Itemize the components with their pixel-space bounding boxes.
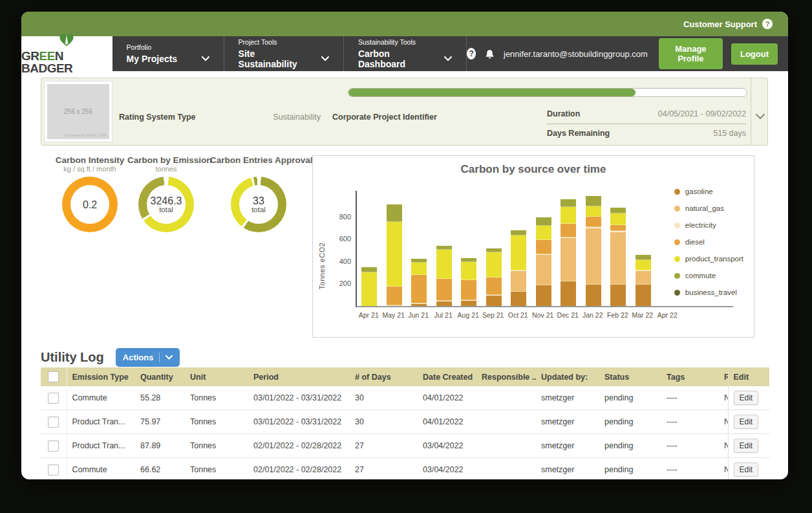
chevron-down-icon[interactable] [202,56,209,61]
bar-segment-gasoline [411,304,427,306]
bar-segment-diesel [436,279,452,301]
bar-segment-product_transport [486,252,502,278]
column-header-tags[interactable]: Tags [661,367,719,386]
actions-chevron-down-icon[interactable] [166,355,173,360]
edit-button[interactable]: Edit [734,463,759,477]
chart-bar-may-21[interactable] [387,204,402,306]
legend-label: commute [685,272,716,279]
notifications-bell-icon[interactable] [484,49,495,60]
legend-item-business_travel[interactable]: business_travel [674,284,743,301]
chart-bar-dec-21[interactable] [561,199,576,306]
kpi-title: Carbon Intensity [51,155,129,165]
column-header-responsible-[interactable]: Responsible ... [476,367,536,386]
column-header-updated-by-[interactable]: Updated by: [536,367,599,386]
card-collapse-chevron-icon[interactable] [756,111,765,122]
table-cell: 87.89 [135,434,185,458]
customer-support-help-icon[interactable]: ? [762,19,773,29]
duration-value: 04/05/2021 - 09/02/2022 [658,109,746,118]
kpi-value-sub: total [159,206,173,213]
help-icon[interactable]: ? [467,48,476,60]
chart-bar-mar-22[interactable] [636,255,651,306]
badger-icon [57,33,76,49]
logout-button[interactable]: Logout [731,43,778,65]
table-cell [476,386,536,410]
edit-button[interactable]: Edit [734,439,759,453]
chart-legend: gasolinenatural_gaselectricitydieselprod… [674,183,743,301]
actions-button[interactable]: Actions [116,348,180,367]
top-strip: Customer Support ? [21,12,788,36]
chevron-down-icon[interactable] [321,56,329,61]
row-checkbox-cell [41,458,67,480]
edit-button[interactable]: Edit [734,415,759,429]
table-cell [476,458,536,480]
chart-bar-nov-21[interactable] [536,217,551,306]
column-header-#-of-days[interactable]: # of Days [350,367,418,386]
edit-cell: Edit [728,410,769,434]
bar-segment-product_transport [387,222,402,287]
column-header-period[interactable]: Period [248,367,350,386]
kpi-carbon-entries-approvals: Carbon Entries Approvals33total [210,155,307,232]
select-all-checkbox[interactable] [48,371,59,382]
legend-item-gasoline[interactable]: gasoline [674,183,743,200]
kpi-subtitle [210,165,307,174]
green-badger-logo[interactable]: GREEN BADGER [21,36,112,71]
nav-item-my-projects[interactable]: PortfolioMy Projects [112,36,224,71]
table-cell [476,410,536,434]
chart-bar-oct-21[interactable] [511,230,526,306]
chart-x-tick: Jul 21 [431,311,456,319]
nav-item-carbon-dashboard[interactable]: Sustainability ToolsCarbon Dashboard [344,36,467,71]
nav-item-site-sustainability[interactable]: Project ToolsSite Sustainability [224,36,344,71]
column-header-date-created[interactable]: Date Created [418,367,476,386]
legend-item-electricity[interactable]: electricity [674,217,743,234]
table-cell: ---- [661,410,719,434]
chart-bar-jan-22[interactable] [586,196,601,306]
table-cell: N [719,386,728,410]
bar-segment-diesel [461,280,476,300]
rating-system-type-value: Sustainability [242,113,321,122]
legend-item-commute[interactable]: commute [674,267,743,284]
manage-profile-button[interactable]: Manage Profile [659,38,723,69]
column-header-status[interactable]: Status [599,367,661,386]
table-cell: Commute [67,386,135,410]
edit-button[interactable]: Edit [734,391,759,405]
bar-segment-gasoline [636,285,651,306]
table-cell: N [719,434,728,458]
kpi-value: 0.2 [83,199,97,211]
chart-bar-feb-22[interactable] [610,208,626,306]
chart-bar-apr-21[interactable] [361,267,377,306]
bar-segment-commute [586,196,601,206]
row-checkbox[interactable] [48,464,59,475]
kpi-donut-chart: 33total [231,177,286,232]
chart-x-axis-labels: Apr 21May 21Jun 21Jul 21Aug 21Sep 21Oct … [356,311,680,319]
chart-x-tick: Apr 22 [655,311,680,319]
chart-bar-jun-21[interactable] [411,259,427,306]
utility-log-title: Utility Log [41,350,104,365]
legend-dot [674,189,680,195]
chart-title: Carbon by source over time [313,163,754,176]
legend-item-diesel[interactable]: diesel [674,234,743,250]
chart-bar-jul-21[interactable] [436,246,452,306]
legend-dot [674,239,680,245]
row-checkbox[interactable] [48,393,59,404]
duration-divider [547,124,746,124]
column-header-r[interactable]: R [719,367,728,386]
chart-bar-sep-21[interactable] [486,248,502,306]
chart-bar-aug-21[interactable] [461,258,476,306]
table-cell: pending [599,458,661,480]
bar-segment-gasoline [561,281,576,306]
chevron-down-icon[interactable] [444,56,452,61]
customer-support-link[interactable]: Customer Support [683,19,757,29]
legend-label: gasoline [685,188,713,195]
legend-item-natural_gas[interactable]: natural_gas [674,200,743,217]
column-header-emission-type[interactable]: Emission Type [67,367,135,386]
table-cell: 03/04/2022 [418,434,476,458]
table-cell: smetzger [536,410,599,434]
column-header-quantity[interactable]: Quantity [135,367,185,386]
row-checkbox[interactable] [48,417,59,428]
row-checkbox[interactable] [48,441,59,452]
column-header-unit[interactable]: Unit [185,367,248,386]
nav-item-label: Site Sustainability [239,49,307,69]
legend-item-product_transport[interactable]: product_transport [674,250,743,267]
kpi-donut-chart: 0.2 [62,177,118,232]
nav-item-label: My Projects [127,54,178,64]
